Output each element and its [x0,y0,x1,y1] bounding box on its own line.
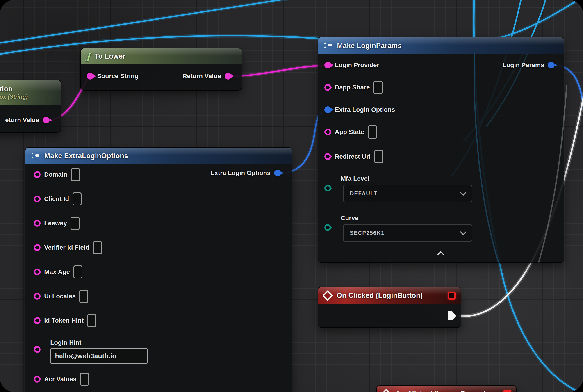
pin-row-verifier-id-field: Verifier Id Field [34,240,102,256]
pin-row-ui-locales: Ui Locales [34,288,88,304]
pin-label: Redirect Url [335,153,370,160]
string-input-pin[interactable] [34,346,40,353]
pin-row-redirect-url: Redirect Url [324,148,383,165]
pin-label: Leeway [44,220,67,227]
string-value-box[interactable] [71,168,80,181]
curve-dropdown[interactable]: SECP256K1 [343,224,472,242]
pin-label: Dapp Share [335,84,370,91]
node-make-login-params-header[interactable]: Make LoginParams [318,37,564,54]
string-input-pin[interactable] [87,73,94,80]
node-title: Make ExtraLoginOptions [44,152,128,160]
node-title: To Lower [94,52,126,60]
mfa-level-dropdown[interactable]: DEFAULT [343,185,472,202]
pin-label: Extra Login Options [210,170,270,177]
pin-row-source-string: Source String [87,68,138,84]
string-input-pin[interactable] [34,293,40,300]
pin-row-login-provider: Login Provider [324,57,379,73]
struct-input-pin[interactable] [324,106,331,113]
pin-row-app-state: App State [324,124,377,140]
string-input-pin[interactable] [324,62,331,68]
string-value-box[interactable] [70,217,80,230]
pin-row-acr-values: Acr Values [34,371,89,387]
pin-label: Client Id [44,195,69,202]
string-value-box[interactable] [93,241,102,254]
node-make-extra-login-options[interactable]: Make ExtraLoginOptions Extra Login Optio… [26,148,292,392]
mfa-level-label: Mfa Level [340,175,370,182]
node-on-clicked-logout-button[interactable]: On Clicked (LogoutButton) [377,386,516,392]
node-to-lower[interactable]: ƒ To Lower Source String Return Value [81,48,242,90]
string-input-pin[interactable] [34,171,40,178]
delegate-output-pin[interactable] [503,390,511,392]
pin-label: Ui Locales [44,293,76,300]
pin-label: Domain [44,171,67,178]
node-on-clicked-login-header[interactable]: On Clicked (LoginButton) [318,287,461,304]
node-on-clicked-logout-header[interactable]: On Clicked (LogoutButton) [377,386,516,392]
pin-row-max-age: Max Age [34,264,82,280]
node-partial-getter[interactable]: tion ox (String) eturn Value [0,80,61,132]
struct-output-pin[interactable] [548,62,554,68]
string-input-pin[interactable] [34,268,40,275]
node-title: On Clicked (LoginButton) [336,292,423,300]
pin-row-id-token-hint: Id Token Hint [34,312,96,329]
pin-label: Verifier Id Field [44,244,90,251]
wire-tolower-to-provider [228,65,328,76]
blueprint-editor-window: tion ox (String) eturn Value ƒ To Lower … [0,0,583,392]
graph-canvas[interactable]: tion ox (String) eturn Value ƒ To Lower … [0,0,583,392]
chevron-down-icon [460,190,466,196]
wire-bg-1 [0,0,316,44]
string-input-pin[interactable] [324,84,331,91]
string-output-pin[interactable] [43,117,50,124]
pin-row-client-id: Client Id [34,191,82,207]
string-value-box[interactable] [79,290,88,303]
node-to-lower-header[interactable]: ƒ To Lower [81,48,242,64]
login-hint-value: hello@web3auth.io [55,352,116,360]
string-output-pin[interactable] [224,73,231,80]
string-input-pin[interactable] [34,317,40,324]
pin-label: Max Age [44,268,70,276]
pin-label: Id Token Hint [44,317,84,324]
string-value-box[interactable] [72,192,82,206]
pin-label: Login Params [502,62,544,69]
exec-output-pin[interactable] [448,311,456,320]
curve-label: Curve [340,214,358,222]
pin-row-return-value: eturn Value [5,112,50,128]
node-on-clicked-login-button[interactable]: On Clicked (LoginButton) [318,287,461,327]
pin-label: eturn Value [5,116,39,124]
string-input-pin[interactable] [324,153,331,160]
pin-row-extra-login-options: Extra Login Options [324,102,395,118]
wire-bg-1 [0,0,316,44]
node-make-extra-login-options-header[interactable]: Make ExtraLoginOptions [26,148,292,164]
wire-tolower-to-provider [228,65,328,76]
chevron-down-icon [460,229,466,235]
make-struct-icon [31,152,40,160]
enum-input-pin[interactable] [324,224,331,231]
string-value-box[interactable] [374,81,382,94]
string-value-box[interactable] [74,266,82,278]
string-input-pin[interactable] [34,376,40,382]
pin-label: Login Provider [335,62,379,69]
delegate-output-pin[interactable] [448,292,456,300]
string-input-pin[interactable] [324,129,331,136]
node-title: Make LoginParams [337,42,402,50]
event-diamond-icon [322,290,333,301]
pin-label: App State [335,128,364,136]
mfa-level-value: DEFAULT [350,190,378,197]
pin-row-extra-login-options-out: Extra Login Options [210,165,281,181]
string-value-box[interactable] [374,150,383,163]
string-input-pin[interactable] [34,196,40,202]
string-input-pin[interactable] [34,244,40,251]
collapse-node-button[interactable] [437,252,445,256]
string-value-box[interactable] [87,314,96,327]
pin-label: Source String [97,72,138,80]
node-make-login-params[interactable]: Make LoginParams Login Provider Login Pa… [318,37,564,262]
string-input-pin[interactable] [34,220,40,227]
node-title: On Clicked (LogoutButton) [395,390,486,392]
login-hint-label: Login Hint [50,339,81,346]
node-subtitle: ox (String) [0,94,28,100]
string-value-box[interactable] [80,373,89,386]
enum-input-pin[interactable] [324,185,331,192]
struct-output-pin[interactable] [274,170,281,176]
string-value-box[interactable] [368,126,377,138]
pin-label: Extra Login Options [335,106,395,113]
login-hint-input[interactable]: hello@web3auth.io [50,348,148,364]
